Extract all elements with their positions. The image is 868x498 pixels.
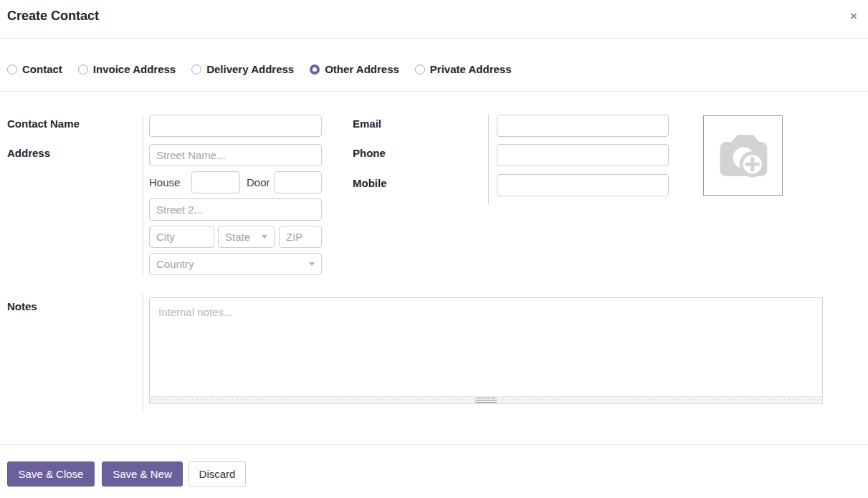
radio-contact[interactable]: Contact [7, 63, 62, 75]
radio-label: Other Address [325, 63, 399, 75]
phone-input[interactable] [497, 144, 669, 166]
radio-invoice-address[interactable]: Invoice Address [78, 63, 176, 75]
notes-resize-handle[interactable] [149, 396, 823, 404]
state-select-value: State [225, 231, 250, 243]
phone-label: Phone [353, 147, 386, 159]
notes-group-separator [143, 294, 143, 414]
left-group-separator [143, 115, 143, 278]
house-label: House [149, 176, 180, 188]
radio-circle-icon[interactable] [191, 64, 201, 75]
radio-circle-icon[interactable] [415, 64, 425, 75]
radio-section-divider [0, 91, 868, 92]
city-input[interactable] [149, 226, 214, 248]
discard-button[interactable]: Discard [189, 461, 246, 487]
state-select[interactable]: State [218, 226, 275, 248]
footer-divider [0, 444, 868, 445]
radio-label: Contact [22, 63, 62, 75]
radio-circle-selected-icon[interactable] [310, 64, 320, 75]
address-label: Address [7, 147, 50, 159]
street-input[interactable] [149, 144, 322, 166]
country-select-value: Country [156, 258, 194, 270]
save-and-new-button[interactable]: Save & New [102, 461, 183, 487]
header-divider [0, 38, 868, 39]
radio-label: Delivery Address [206, 63, 294, 75]
page-title: Create Contact [7, 9, 99, 24]
radio-label: Invoice Address [93, 63, 176, 75]
radio-other-address[interactable]: Other Address [310, 63, 399, 75]
close-icon[interactable]: × [846, 9, 862, 24]
contact-photo-upload[interactable] [703, 115, 783, 196]
radio-label: Private Address [430, 63, 512, 75]
door-label: Door [247, 176, 270, 188]
radio-circle-icon[interactable] [78, 64, 88, 75]
save-and-close-button[interactable]: Save & Close [7, 461, 95, 487]
notes-label: Notes [7, 300, 37, 312]
house-input[interactable] [191, 171, 240, 193]
mobile-label: Mobile [353, 177, 387, 189]
chevron-down-icon [309, 262, 315, 266]
mobile-input[interactable] [497, 174, 669, 196]
email-label: Email [353, 118, 381, 130]
door-input[interactable] [275, 171, 322, 193]
country-select[interactable]: Country [149, 253, 322, 275]
zip-input[interactable] [279, 226, 322, 248]
street2-input[interactable] [149, 198, 322, 221]
contact-name-input[interactable] [149, 115, 322, 137]
notes-textarea[interactable] [149, 297, 823, 396]
contact-name-label: Contact Name [7, 118, 80, 130]
radio-delivery-address[interactable]: Delivery Address [191, 63, 294, 75]
right-group-separator [488, 115, 489, 204]
chevron-down-icon [262, 235, 267, 239]
camera-plus-icon [710, 123, 776, 188]
drag-grip-icon [475, 398, 497, 403]
create-contact-dialog: Create Contact × Contact Invoice Address… [0, 0, 868, 498]
radio-circle-icon[interactable] [7, 64, 17, 75]
email-input[interactable] [497, 115, 669, 137]
radio-private-address[interactable]: Private Address [415, 63, 512, 75]
address-type-radio-group: Contact Invoice Address Delivery Address… [7, 63, 512, 75]
